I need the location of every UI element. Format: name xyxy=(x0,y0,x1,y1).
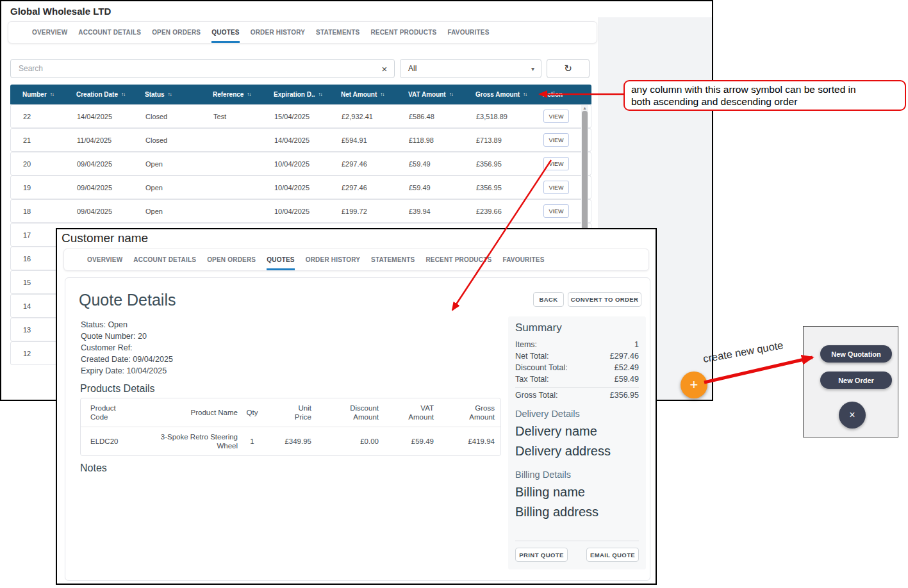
cell-status: Open xyxy=(145,208,213,215)
tab[interactable]: QUOTES xyxy=(267,249,294,270)
view-button[interactable]: VIEW xyxy=(543,110,569,123)
tab[interactable]: FAVOURITES xyxy=(447,22,489,43)
sort-annotation-box: any column with this arrow symbol can be… xyxy=(623,80,906,111)
clear-search-icon[interactable]: × xyxy=(375,63,394,74)
tab[interactable]: RECENT PRODUCTS xyxy=(370,22,436,43)
add-fab-button[interactable]: + xyxy=(681,372,707,398)
column-header[interactable]: Gross Amount ↑↓ xyxy=(475,91,543,98)
tab-label: OPEN ORDERS xyxy=(152,29,201,36)
cell-gross: £239.66 xyxy=(476,208,543,215)
close-fab-menu-button[interactable]: × xyxy=(839,402,866,429)
quote-field: Quote Number: 20 xyxy=(81,331,173,342)
tab[interactable]: ACCOUNT DETAILS xyxy=(133,249,196,270)
column-label: Action xyxy=(543,91,563,98)
cell-number: 21 xyxy=(23,136,77,144)
column-label: Reference xyxy=(213,91,244,98)
refresh-button[interactable]: ↻ xyxy=(547,59,590,78)
cell-expiration: 10/04/2025 xyxy=(274,184,342,192)
column-header[interactable]: Reference ↑↓ xyxy=(213,91,274,98)
tab[interactable]: OVERVIEW xyxy=(32,22,67,43)
tab-label: FAVOURITES xyxy=(447,29,489,36)
tab[interactable]: ORDER HISTORY xyxy=(251,22,305,43)
column-header[interactable]: Action ↑↓ xyxy=(543,91,591,98)
tab[interactable]: STATEMENTS xyxy=(371,249,415,270)
cell-number: 18 xyxy=(23,208,77,215)
tab[interactable]: OPEN ORDERS xyxy=(207,249,256,270)
cell-creation-date: 11/04/2025 xyxy=(77,136,145,144)
summary-label: Gross Total: xyxy=(515,391,557,400)
billing-name: Billing name xyxy=(515,482,639,502)
customer-name-title: Customer name xyxy=(62,231,148,245)
column-header[interactable]: Creation Date ↑↓ xyxy=(76,91,145,98)
cell-status: Open xyxy=(145,184,213,192)
product-row: ELDC20 3-Spoke Retro Steering Wheel 1 £3… xyxy=(81,427,500,455)
cell-net: £297.46 xyxy=(342,160,409,168)
cell-expiration: 10/04/2025 xyxy=(274,160,342,168)
column-header[interactable]: Status ↑↓ xyxy=(145,91,213,98)
sort-icon: ↑↓ xyxy=(449,92,453,97)
summary-value: 1 xyxy=(634,340,639,349)
cell-creation-date: 14/04/2025 xyxy=(77,113,145,120)
cell-qty: 1 xyxy=(238,437,267,446)
column-header[interactable]: Net Amount ↑↓ xyxy=(341,91,408,98)
view-button[interactable]: VIEW xyxy=(543,157,569,170)
convert-to-order-button[interactable]: CONVERT TO ORDER xyxy=(568,292,641,307)
tab[interactable]: STATEMENTS xyxy=(316,22,359,43)
column-label: Gross Amount xyxy=(475,91,520,98)
main-tab-bar: OVERVIEW ACCOUNT DETAILS OPEN ORDERS QUO… xyxy=(8,21,597,44)
status-filter-select[interactable]: All ▾ xyxy=(400,59,541,78)
quote-details-card: Quote Details Status: OpenQuote Number: … xyxy=(65,277,650,581)
summary-value: £52.49 xyxy=(615,363,639,372)
scroll-up-icon[interactable]: ▲ xyxy=(581,106,588,110)
summary-row: Tax Total: £59.49 xyxy=(515,373,639,385)
view-button[interactable]: VIEW xyxy=(543,204,569,218)
cell-discount: £0.00 xyxy=(311,437,379,446)
column-header[interactable]: Expiration D.. ↑↓ xyxy=(274,91,341,98)
summary-heading: Summary xyxy=(515,322,639,334)
create-quote-annotation: create new quote xyxy=(702,339,784,365)
column-header[interactable]: VAT Amount ↑↓ xyxy=(408,91,475,98)
tab[interactable]: ORDER HISTORY xyxy=(306,249,360,270)
print-quote-button[interactable]: PRINT QUOTE xyxy=(515,548,568,562)
tab[interactable]: ACCOUNT DETAILS xyxy=(78,22,141,43)
refresh-icon: ↻ xyxy=(564,63,572,74)
tab[interactable]: OPEN ORDERS xyxy=(152,22,201,43)
products-details-heading: Products Details xyxy=(80,383,155,395)
summary-label: Net Total: xyxy=(515,352,549,361)
new-order-button[interactable]: New Order xyxy=(820,372,892,389)
filter-value: All xyxy=(408,64,417,73)
cell-gross: £356.95 xyxy=(476,184,543,192)
view-button[interactable]: VIEW xyxy=(543,133,569,147)
cell-net: £2,932.41 xyxy=(342,113,409,120)
search-box: × xyxy=(10,59,395,78)
view-button[interactable]: VIEW xyxy=(543,181,569,194)
search-input[interactable] xyxy=(11,64,375,73)
tab[interactable]: OVERVIEW xyxy=(87,249,122,270)
tab-label: RECENT PRODUCTS xyxy=(370,29,436,36)
new-quotation-button[interactable]: New Quotation xyxy=(820,345,892,363)
cell-expiration: 10/04/2025 xyxy=(274,208,342,215)
product-column-header: Qty xyxy=(238,408,267,417)
email-quote-button[interactable]: EMAIL QUOTE xyxy=(586,548,639,562)
tab-label: ACCOUNT DETAILS xyxy=(133,256,196,263)
tab[interactable]: FAVOURITES xyxy=(502,249,544,270)
tab[interactable]: RECENT PRODUCTS xyxy=(425,249,491,270)
back-button[interactable]: BACK xyxy=(533,292,564,307)
summary-value: £356.95 xyxy=(610,391,639,400)
cell-vat: £118.98 xyxy=(409,136,476,144)
cell-status: Closed xyxy=(145,136,213,144)
delivery-name: Delivery name xyxy=(515,421,639,441)
summary-label: Tax Total: xyxy=(515,375,549,384)
column-label: Creation Date xyxy=(76,91,118,98)
tab-label: ORDER HISTORY xyxy=(251,29,305,36)
product-column-header: Gross Amount xyxy=(434,404,495,421)
cell-vat: £59.49 xyxy=(409,184,476,192)
scrollbar-thumb[interactable] xyxy=(582,111,588,230)
tab[interactable]: QUOTES xyxy=(211,22,239,43)
plus-icon: + xyxy=(690,377,698,393)
quote-field: Status: Open xyxy=(81,319,173,331)
column-header[interactable]: Number ↑↓ xyxy=(22,91,76,98)
summary-row: Discount Total: £52.49 xyxy=(515,362,639,373)
summary-rows: Items: 1 Net Total: £297.46 Discount Tot… xyxy=(515,339,639,400)
tab-label: OVERVIEW xyxy=(32,29,67,36)
